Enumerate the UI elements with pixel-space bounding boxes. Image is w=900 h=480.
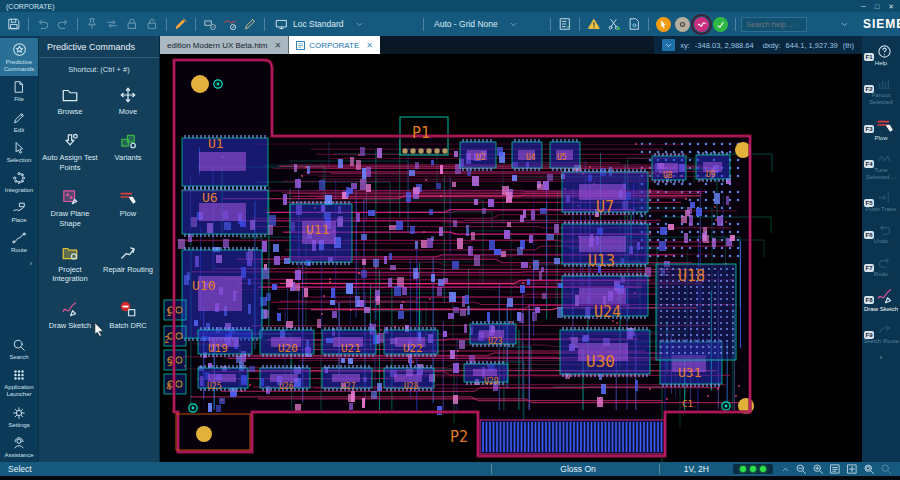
- sidebar-item-selection[interactable]: Selection: [0, 137, 38, 167]
- component-label[interactable]: U18: [678, 267, 705, 285]
- save-icon[interactable]: [5, 15, 23, 33]
- fkey-fanout-selected[interactable]: F2Fanout Selected: [862, 71, 900, 110]
- component-label[interactable]: U9: [706, 170, 716, 179]
- highlight-icon[interactable]: [172, 15, 190, 33]
- rail-expand-chevron[interactable]: ›: [0, 258, 38, 269]
- coordinate-dropdown[interactable]: [662, 39, 675, 51]
- command-repair-routing[interactable]: Repair Routing: [100, 244, 157, 284]
- fkey-help[interactable]: F1Help: [862, 39, 900, 71]
- unlock-icon[interactable]: [143, 15, 161, 33]
- component-label[interactable]: U5: [557, 153, 567, 162]
- fkey-undo[interactable]: F6Undo: [862, 217, 900, 249]
- command-project-integration[interactable]: Project Integration: [42, 244, 99, 284]
- component-label[interactable]: U8: [663, 171, 673, 180]
- sidebar-item-predictive-commands[interactable]: Predictive Commands: [0, 38, 38, 76]
- swap-icon[interactable]: [103, 15, 121, 33]
- tab-corporate[interactable]: CORPORATE✕: [289, 36, 380, 54]
- component-label[interactable]: U10: [192, 278, 215, 293]
- component-label[interactable]: P2: [450, 428, 468, 446]
- command-variants[interactable]: Variants: [100, 132, 157, 172]
- fit-board-icon[interactable]: [846, 463, 858, 475]
- fkey-redo[interactable]: F7Redo: [862, 250, 900, 282]
- fkey-plow[interactable]: F3Plow: [862, 111, 900, 146]
- component-label[interactable]: C1: [682, 399, 693, 409]
- component-label[interactable]: U25: [207, 382, 222, 391]
- command-browse[interactable]: Browse: [42, 86, 99, 116]
- sidebar-item-application-launcher[interactable]: Application Launcher: [0, 364, 38, 401]
- minimize-button[interactable]: ─: [861, 3, 866, 10]
- component-label[interactable]: U26: [279, 382, 294, 391]
- zoom-area-icon[interactable]: [863, 463, 875, 475]
- annotate-icon[interactable]: [241, 15, 259, 33]
- component-label[interactable]: 1: [166, 308, 171, 318]
- undo-icon[interactable]: [34, 15, 52, 33]
- pin-icon[interactable]: [83, 15, 101, 33]
- tab-close-icon[interactable]: ✕: [366, 41, 373, 50]
- cut-icon[interactable]: [605, 15, 623, 33]
- component-label[interactable]: U24: [594, 303, 621, 321]
- component-label[interactable]: U19: [208, 342, 228, 355]
- component-label[interactable]: U7: [596, 198, 614, 216]
- component-label[interactable]: U23: [488, 337, 503, 346]
- display-control-dropdown[interactable]: Loc Standard: [270, 15, 418, 33]
- component-label[interactable]: U22: [403, 342, 423, 355]
- sidebar-item-integration[interactable]: Integration: [0, 167, 38, 197]
- component-label[interactable]: U20: [278, 342, 298, 355]
- pcb-canvas[interactable]: P1P2U1U6U10U11U2U4U5U7U8U9U13U18U24U30U3…: [160, 54, 862, 462]
- component-label[interactable]: U29: [484, 377, 499, 386]
- component-label[interactable]: U4: [526, 153, 536, 162]
- lock-icon[interactable]: [123, 15, 141, 33]
- component-label[interactable]: U11: [306, 222, 329, 237]
- component-label[interactable]: U6: [202, 190, 218, 205]
- command-move[interactable]: Move: [100, 86, 157, 116]
- component-label[interactable]: U2: [476, 153, 486, 162]
- component-label[interactable]: U27: [341, 382, 356, 391]
- pcb-viewport[interactable]: P1P2U1U6U10U11U2U4U5U7U8U9U13U18U24U30U3…: [160, 54, 862, 462]
- zoom-selected-icon[interactable]: [880, 463, 892, 475]
- sidebar-item-edit[interactable]: Edit: [0, 107, 38, 137]
- sidebar-item-place[interactable]: Place: [0, 197, 38, 227]
- command-auto-assign-test-points[interactable]: Auto Assign Test Points: [42, 132, 99, 172]
- report-icon[interactable]: [556, 15, 574, 33]
- command-draw-sketch[interactable]: Draw Sketch: [42, 300, 99, 330]
- fkey-tune-selected-[interactable]: F4Tune Selected ...: [862, 146, 900, 185]
- copy-doc-icon[interactable]: [625, 15, 643, 33]
- component-label[interactable]: 2: [164, 335, 169, 345]
- search-help-input[interactable]: [741, 17, 807, 32]
- command-batch-drc[interactable]: Batch DRC: [100, 300, 157, 330]
- component-label[interactable]: U13: [588, 252, 615, 270]
- component-label[interactable]: P1: [412, 124, 430, 142]
- component-label[interactable]: U31: [678, 365, 701, 380]
- sidebar-item-search[interactable]: Search: [0, 334, 38, 364]
- component-label[interactable]: U28: [404, 382, 419, 391]
- part-filter-icon[interactable]: [201, 15, 219, 33]
- tab-edition-modern-ux-beta-htm[interactable]: edition Modern UX Beta.htm✕: [160, 36, 289, 54]
- component-label[interactable]: U21: [341, 342, 361, 355]
- rail-collapse-chevron[interactable]: ‹: [862, 349, 900, 362]
- command-draw-plane-shape[interactable]: Draw Plane Shape: [42, 188, 99, 228]
- net-filter-icon[interactable]: [221, 15, 239, 33]
- measure-mode-button[interactable]: [675, 17, 690, 32]
- fkey-sketch-route[interactable]: F9Sketch Route: [862, 317, 900, 349]
- component-label[interactable]: 4: [166, 382, 171, 392]
- gloss-mode-button[interactable]: [713, 17, 728, 32]
- sidebar-item-route[interactable]: Route: [0, 227, 38, 257]
- chevron-down-icon[interactable]: [835, 15, 853, 33]
- sidebar-item-file[interactable]: File: [0, 76, 38, 106]
- route-mode-button[interactable]: [694, 17, 709, 32]
- grid-dropdown[interactable]: Auto - Grid None: [429, 15, 545, 33]
- redo-icon[interactable]: [54, 15, 72, 33]
- fkey-draw-sketch[interactable]: F8Draw Sketch: [862, 282, 900, 317]
- chevron-up-icon[interactable]: [781, 465, 790, 474]
- component-label[interactable]: U1: [208, 136, 224, 151]
- component-label[interactable]: U30: [586, 352, 615, 371]
- select-mode-button[interactable]: [656, 17, 671, 32]
- fkey-push-trace[interactable]: F5Push Trace: [862, 185, 900, 217]
- sidebar-item-settings[interactable]: Settings: [0, 402, 38, 432]
- component-label[interactable]: 3: [167, 358, 172, 368]
- tab-close-icon[interactable]: ✕: [275, 41, 282, 50]
- view-capture-icon[interactable]: [829, 463, 841, 475]
- maximize-button[interactable]: □: [875, 3, 879, 10]
- close-button[interactable]: ✕: [888, 3, 894, 10]
- sidebar-item-assistance[interactable]: Assistance: [0, 432, 38, 462]
